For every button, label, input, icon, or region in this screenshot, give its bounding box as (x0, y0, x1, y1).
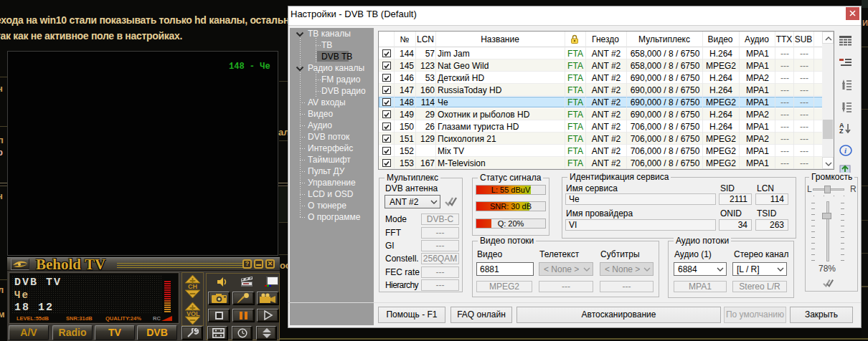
svg-text:i: i (844, 146, 847, 155)
